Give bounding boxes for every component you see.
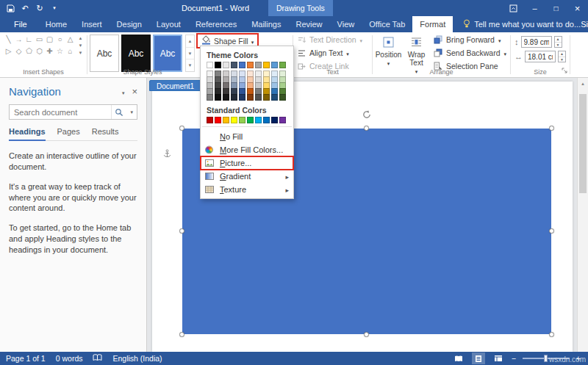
right-triangle-shape-icon[interactable] [4,48,13,55]
menu-item-picture[interactable]: Picture... [201,156,293,170]
close-pane-icon[interactable] [132,86,137,97]
gallery-scroll-up-icon[interactable] [79,36,83,40]
resize-handle-e[interactable] [549,228,554,234]
shape-width-field[interactable] [525,51,556,62]
color-swatch[interactable] [231,117,237,123]
menu-item-no-fill[interactable]: No Fill [201,130,293,143]
color-swatch[interactable] [255,94,262,101]
resize-handle-s[interactable] [364,332,369,337]
align-text-button[interactable]: Align Text [298,48,349,57]
minimize-icon[interactable] [524,0,545,16]
hexagon-shape-icon[interactable] [35,48,44,55]
search-input[interactable] [10,108,111,117]
line-shape-icon[interactable] [4,36,13,43]
undo-icon[interactable] [21,2,29,14]
read-mode-icon[interactable] [452,353,465,364]
color-swatch[interactable] [231,62,237,68]
callout-shape-icon[interactable] [65,48,75,55]
proofing-icon[interactable] [93,354,102,363]
word-count[interactable]: 0 words [56,354,83,363]
color-swatch[interactable] [247,117,254,123]
resize-handle-w[interactable] [179,228,184,234]
tab-home[interactable]: Home [38,16,74,32]
page-indicator[interactable]: Page 1 of 1 [6,354,46,363]
tab-layout[interactable]: Layout [149,16,188,32]
close-icon[interactable] [567,0,588,16]
color-swatch[interactable] [239,117,245,123]
resize-handle-ne[interactable] [549,126,554,131]
tab-office-tab[interactable]: Office Tab [362,16,412,32]
color-swatch[interactable] [215,62,221,68]
tab-review[interactable]: Review [289,16,330,32]
shape-style-preview-2[interactable]: Abc [121,35,151,72]
color-swatch[interactable] [271,62,278,68]
shape-style-preview-1[interactable]: Abc [90,35,119,72]
color-swatch[interactable] [239,94,245,101]
resize-handle-n[interactable] [364,126,369,131]
zoom-out-icon[interactable] [512,354,516,363]
color-swatch[interactable] [223,94,229,101]
diamond-shape-icon[interactable] [14,48,24,55]
style-scroll-down-icon[interactable] [186,48,194,60]
color-swatch[interactable] [231,94,237,101]
resize-handle-nw[interactable] [179,126,184,131]
document-tab[interactable]: Document1 [149,80,201,91]
search-icon[interactable] [111,105,126,119]
bring-forward-button[interactable]: Bring Forward [434,35,501,44]
height-spinner[interactable] [554,36,562,48]
nav-tab-pages[interactable]: Pages [57,127,80,140]
color-swatch[interactable] [247,94,254,101]
width-spinner[interactable] [558,51,566,62]
color-swatch[interactable] [239,62,245,68]
menu-item-gradient[interactable]: Gradient [201,170,293,183]
plus-shape-icon[interactable] [45,48,54,55]
nav-tab-headings[interactable]: Headings [9,127,46,141]
color-swatch[interactable] [263,94,270,101]
scrollbar-thumb[interactable] [579,94,587,193]
web-layout-icon[interactable] [492,353,505,364]
color-swatch[interactable] [215,117,221,123]
pentagon-shape-icon[interactable] [24,48,34,55]
oval-shape-icon[interactable] [55,36,65,43]
rectangle-shape-icon[interactable] [35,36,44,43]
tab-design[interactable]: Design [110,16,149,32]
tab-references[interactable]: References [188,16,244,32]
tab-insert[interactable]: Insert [74,16,110,32]
search-options-caret-icon[interactable] [126,105,137,119]
zoom-slider-thumb[interactable] [544,355,548,362]
customize-qat-icon[interactable] [50,2,59,14]
color-swatch[interactable] [207,94,213,101]
color-swatch[interactable] [271,117,278,123]
tab-format[interactable]: Format [412,16,453,32]
style-scroll-up-icon[interactable] [186,35,194,48]
color-swatch[interactable] [255,117,262,123]
tab-file[interactable]: File [3,16,38,32]
color-swatch[interactable] [255,62,262,68]
nav-tab-results[interactable]: Results [92,127,119,140]
color-swatch[interactable] [263,62,270,68]
rounded-rectangle-shape-icon[interactable] [45,36,54,43]
tab-view[interactable]: View [330,16,362,32]
elbow-connector-icon[interactable] [24,36,34,43]
shape-gallery[interactable] [4,36,76,55]
vertical-scrollbar[interactable] [577,78,588,352]
text-direction-button[interactable]: Text Direction [298,35,362,44]
gallery-more-icon[interactable] [79,51,83,55]
star-shape-icon[interactable] [55,48,65,55]
color-swatch[interactable] [263,117,270,123]
color-swatch[interactable] [207,117,213,123]
shape-height-field[interactable] [521,36,552,48]
shape-style-preview-3[interactable]: Abc [153,35,182,72]
tell-me-box[interactable]: Tell me what you want to do... [463,16,581,32]
sign-in-link[interactable]: Sign in [581,16,588,32]
color-swatch[interactable] [223,62,229,68]
triangle-shape-icon[interactable] [65,36,75,43]
tab-mailings[interactable]: Mailings [244,16,288,32]
color-swatch[interactable] [223,117,229,123]
language-indicator[interactable]: English (India) [112,354,162,363]
color-swatch[interactable] [207,62,213,68]
resize-handle-sw[interactable] [179,332,184,337]
color-swatch[interactable] [279,117,286,123]
repeat-icon[interactable] [35,2,44,14]
resize-handle-se[interactable] [549,332,554,337]
